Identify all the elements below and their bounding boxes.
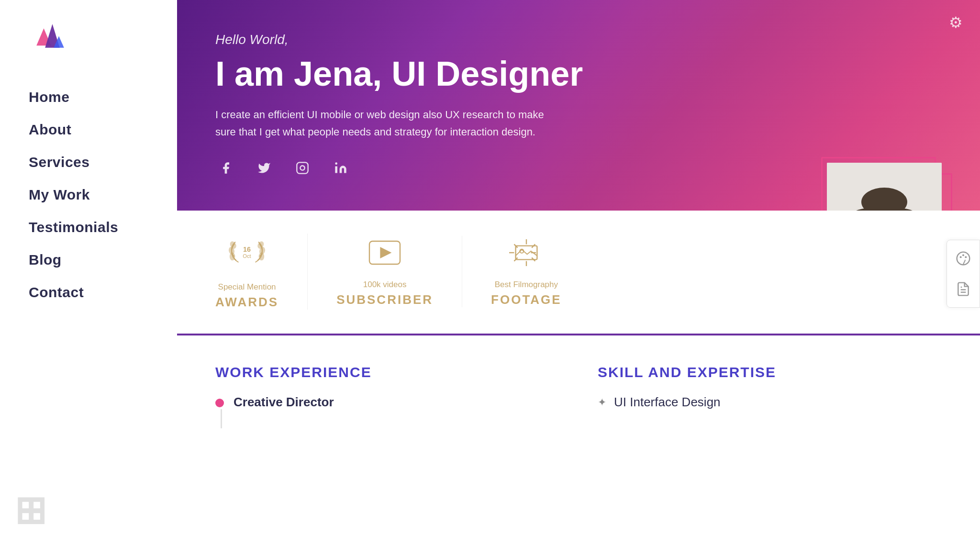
instagram-link[interactable] — [292, 157, 313, 179]
svg-rect-3 — [297, 162, 308, 173]
hero-section: ⚙ Hello World, I am Jena, UI Designer I … — [177, 0, 980, 211]
logo — [29, 19, 72, 55]
footage-icon — [507, 236, 546, 275]
work-experience: WORK EXPERIENCE Creative Director — [215, 364, 559, 428]
awards-label-small: Special Mention — [218, 282, 276, 292]
settings-icon: ⚙ — [949, 14, 963, 31]
svg-text:Oct: Oct — [243, 253, 251, 259]
settings-button[interactable]: ⚙ — [949, 13, 963, 32]
experience-dot — [215, 399, 224, 407]
skill-text-ui: UI Interface Design — [614, 395, 721, 410]
skill-expertise-title: SKILL AND EXPERTISE — [598, 364, 942, 380]
sidebar-item-testimonials[interactable]: Testimonials — [29, 213, 118, 241]
sidebar-item-blog[interactable]: Blog — [29, 246, 118, 274]
hero-title: I am Jena, UI Designer — [215, 55, 942, 93]
profile-photo-wrapper — [827, 163, 942, 211]
svg-point-6 — [335, 162, 337, 165]
sidebar-item-my-work[interactable]: My Work — [29, 181, 118, 209]
svg-point-38 — [960, 256, 962, 258]
skill-expertise: SKILL AND EXPERTISE ✦ UI Interface Desig… — [598, 364, 942, 428]
sidebar-item-services[interactable]: Services — [29, 148, 118, 176]
hero-content: Hello World, I am Jena, UI Designer I cr… — [215, 32, 942, 179]
sidebar: HomeAboutServicesMy WorkTestimonialsBlog… — [0, 0, 177, 547]
svg-point-19 — [230, 253, 235, 260]
awards-label-big: AWARDS — [215, 295, 278, 310]
twitter-link[interactable] — [254, 157, 275, 179]
subscriber-label-small: 100k videos — [363, 280, 407, 290]
work-experience-title: WORK EXPERIENCE — [215, 364, 559, 380]
sidebar-item-home[interactable]: Home — [29, 83, 118, 111]
svg-marker-26 — [380, 247, 391, 258]
main-content: ⚙ Hello World, I am Jena, UI Designer I … — [177, 0, 980, 547]
linkedin-link[interactable] — [330, 157, 351, 179]
svg-point-22 — [259, 253, 264, 260]
experience-line — [221, 409, 222, 428]
profile-photo — [827, 163, 942, 211]
stat-footage: Best Filmography FOOTAGE — [462, 236, 590, 307]
svg-point-40 — [965, 256, 967, 258]
footage-label-small: Best Filmography — [495, 280, 558, 290]
palette-button[interactable] — [953, 248, 974, 269]
main-nav: HomeAboutServicesMy WorkTestimonialsBlog… — [29, 83, 118, 311]
awards-icon: 16 Oct — [228, 234, 266, 278]
document-button[interactable] — [953, 279, 974, 300]
watermark: ⊞ — [14, 488, 44, 533]
stat-awards: 16 Oct Special Mention AWARDS — [215, 234, 308, 310]
svg-rect-5 — [335, 166, 337, 173]
experience-item: Creative Director — [215, 395, 559, 428]
sidebar-item-contact[interactable]: Contact — [29, 279, 118, 306]
right-panel — [947, 240, 980, 308]
skill-item-ui: ✦ UI Interface Design — [598, 395, 942, 410]
stat-subscriber: 100k videos SUBSCRIBER — [308, 236, 462, 307]
subscriber-icon — [366, 236, 404, 275]
bottom-section: WORK EXPERIENCE Creative Director SKILL … — [177, 334, 980, 447]
stats-section: 16 Oct Special Mention AWARDS 100k video… — [177, 211, 980, 329]
skill-icon-ui: ✦ — [598, 396, 606, 409]
subscriber-label-big: SUBSCRIBER — [336, 292, 433, 307]
sidebar-item-about[interactable]: About — [29, 116, 118, 144]
svg-point-39 — [962, 254, 964, 256]
hero-description: I create an efficient UI mobile or web d… — [215, 106, 550, 140]
job-title-creative-director: Creative Director — [234, 395, 334, 410]
facebook-link[interactable] — [215, 157, 236, 179]
svg-point-37 — [957, 252, 970, 265]
svg-text:16: 16 — [243, 246, 251, 253]
hero-subtitle: Hello World, — [215, 32, 942, 47]
footage-label-big: FOOTAGE — [491, 292, 562, 307]
